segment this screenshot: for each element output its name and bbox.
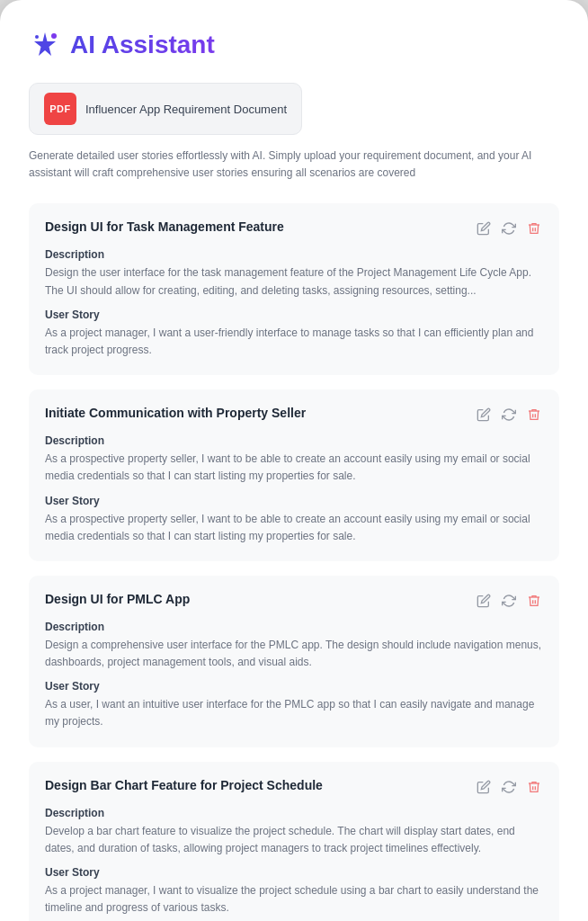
card-header-1: Design UI for Task Management Feature (45, 219, 543, 237)
document-pill[interactable]: PDF Influencer App Requirement Document (29, 83, 302, 135)
story-card-2: Initiate Communication with Property Sel… (29, 389, 559, 561)
edit-button-2[interactable] (475, 406, 493, 424)
edit-button-4[interactable] (475, 778, 493, 796)
card-header-3: Design UI for PMLC App (45, 592, 543, 610)
story-card-3: Design UI for PMLC App (29, 576, 559, 747)
desc-label-4: Description (45, 807, 543, 819)
delete-button-2[interactable] (525, 406, 543, 424)
card-actions-4 (475, 778, 543, 796)
user-story-label-2: User Story (45, 495, 543, 507)
delete-button-3[interactable] (525, 592, 543, 610)
user-story-content-4: As a project manager, I want to visualiz… (45, 882, 543, 917)
card-title-4: Design Bar Chart Feature for Project Sch… (45, 778, 475, 792)
user-story-content-3: As a user, I want an intuitive user inte… (45, 696, 543, 730)
refresh-button-4[interactable] (500, 778, 518, 796)
subtitle-text: Generate detailed user stories effortles… (29, 148, 559, 182)
page-title: AI Assistant (70, 31, 215, 59)
desc-content-4: Develop a bar chart feature to visualize… (45, 823, 543, 857)
card-title-3: Design UI for PMLC App (45, 592, 475, 606)
ai-sparkle-icon (29, 29, 61, 61)
card-header-2: Initiate Communication with Property Sel… (45, 406, 543, 424)
delete-button-4[interactable] (525, 778, 543, 796)
card-title-2: Initiate Communication with Property Sel… (45, 406, 475, 420)
user-story-label-1: User Story (45, 308, 543, 321)
refresh-button-1[interactable] (500, 219, 518, 237)
desc-content-2: As a prospective property seller, I want… (45, 451, 543, 485)
card-actions-2 (475, 406, 543, 424)
user-story-label-4: User Story (45, 866, 543, 879)
refresh-button-3[interactable] (500, 592, 518, 610)
svg-point-1 (35, 35, 39, 39)
desc-content-1: Design the user interface for the task m… (45, 264, 543, 299)
user-story-label-3: User Story (45, 680, 543, 693)
card-actions-3 (475, 592, 543, 610)
pdf-icon: PDF (44, 93, 76, 125)
card-actions-1 (475, 219, 543, 237)
phone-frame: AI Assistant PDF Influencer App Requirem… (0, 0, 588, 921)
document-name: Influencer App Requirement Document (85, 103, 287, 116)
story-card-4: Design Bar Chart Feature for Project Sch… (29, 762, 559, 921)
user-story-content-2: As a prospective property seller, I want… (45, 511, 543, 545)
edit-button-1[interactable] (475, 219, 493, 237)
desc-label-2: Description (45, 434, 543, 447)
delete-button-1[interactable] (525, 219, 543, 237)
story-card-1: Design UI for Task Management Feature (29, 203, 559, 375)
desc-label-3: Description (45, 621, 543, 633)
card-title-1: Design UI for Task Management Feature (45, 219, 475, 234)
desc-label-1: Description (45, 248, 543, 261)
svg-point-0 (51, 33, 57, 39)
app-header: AI Assistant (29, 29, 559, 61)
user-story-content-1: As a project manager, I want a user-frie… (45, 325, 543, 359)
card-header-4: Design Bar Chart Feature for Project Sch… (45, 778, 543, 796)
stories-list: Design UI for Task Management Feature (29, 203, 559, 921)
desc-content-3: Design a comprehensive user interface fo… (45, 637, 543, 671)
refresh-button-2[interactable] (500, 406, 518, 424)
edit-button-3[interactable] (475, 592, 493, 610)
app-container: AI Assistant PDF Influencer App Requirem… (0, 0, 588, 921)
